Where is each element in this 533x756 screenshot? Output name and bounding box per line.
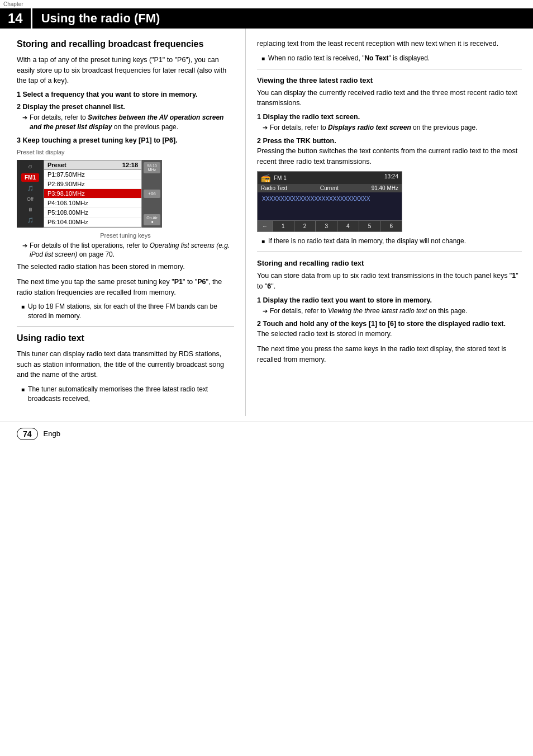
section-radio-text: Using radio text This tuner can display … <box>17 333 234 404</box>
preset-list: P1:87.50MHz P2:89.90MHz P3:98.10MHz P4:1… <box>44 170 141 227</box>
r-step1-sub-bullet: ➔ For details, refer to Displays radio t… <box>263 123 522 133</box>
chapter-word: Chapter <box>0 0 533 8</box>
sub-section1-title: Viewing the three latest radio text <box>257 76 522 84</box>
chapter-number: 14 <box>0 8 32 29</box>
step2-sub-bullet: ➔ For details, refer to Switches between… <box>22 113 234 132</box>
sq-icon-1: ■ <box>21 303 25 311</box>
rt-freq: 91.40 MHz <box>372 185 398 191</box>
arrow-icon-r1: ➔ <box>263 124 268 132</box>
rs-step2: 2 Touch and hold any of the keys [1] to … <box>257 320 522 365</box>
r-step2-body: Pressing the button switches the text co… <box>257 146 522 167</box>
section1-intro: With a tap of any of the preset tuning k… <box>17 55 234 86</box>
fm1-label: FM1 <box>21 173 39 182</box>
subsection-viewing-radio-text: Viewing the three latest radio text You … <box>257 76 522 247</box>
left-icon1: 🎵 <box>26 185 35 192</box>
sub-section2-body: You can store data from up to six radio … <box>257 271 522 292</box>
sub-section2-title: Storing and recalling radio text <box>257 259 522 267</box>
page-language: Engb <box>44 429 60 438</box>
rt-bottom-keys: ← 1 2 3 4 5 6 <box>258 220 402 231</box>
preset-list-header: Preset 12:18 <box>44 160 141 170</box>
left-column: Storing and recalling broadcast frequenc… <box>0 29 246 416</box>
r-step2: 2 Press the TRK button. Pressing the but… <box>257 137 522 167</box>
left-icon2: 🖥 <box>27 206 34 214</box>
rt-top-bar: 📻 FM 1 13:24 <box>258 172 402 184</box>
page-footer: 74 Engb <box>0 422 533 446</box>
off-label: Off <box>26 195 35 203</box>
rt-key-4[interactable]: 4 <box>337 221 359 231</box>
rt-current-label: Current <box>320 185 339 191</box>
preset-list-label: Preset list display <box>17 149 234 155</box>
step3: 3 Keep touching a preset tuning key [P1]… <box>17 136 234 144</box>
preset-row-4: P4:106.10MHz <box>44 199 141 208</box>
on-air-btn: On Air ◄ <box>144 214 160 225</box>
fm-icon: ⏱ <box>27 163 34 171</box>
freq-display: 98.10 MHz <box>144 162 160 173</box>
r-step1-sub-text: For details, refer to Displays radio tex… <box>270 123 478 133</box>
sq-bullet-2: ■ The tuner automatically memorises the … <box>21 385 234 404</box>
sq-text-1: Up to 18 FM stations, six for each of th… <box>28 302 234 321</box>
rt-key-3[interactable]: 3 <box>316 221 337 231</box>
right-column: replacing text from the least recent rec… <box>246 29 533 416</box>
section2-body1: This tuner can display radio text data t… <box>17 349 234 380</box>
preset-row-1: P1:87.50MHz <box>44 170 141 179</box>
rt-key-2[interactable]: 2 <box>294 221 316 231</box>
preset-word: Preset <box>47 162 66 168</box>
arrow-icon: ➔ <box>22 114 27 122</box>
r-step1: 1 Display the radio text screen. ➔ For d… <box>257 113 522 133</box>
page-header: Chapter 14 Using the radio (FM) <box>0 0 533 29</box>
radio-text-device: 📻 FM 1 13:24 Radio Text Current 91.40 MH… <box>257 171 402 232</box>
step2-header: 2 Display the preset channel list. <box>17 103 234 111</box>
rt-label: Radio Text <box>261 185 287 191</box>
sq-text-2: The tuner automatically memorises the th… <box>28 385 234 404</box>
rt-key-1[interactable]: 1 <box>273 221 294 231</box>
rt-back-key[interactable]: ← <box>258 221 273 231</box>
rt-key-5[interactable]: 5 <box>359 221 381 231</box>
preset-row-5: P5:108.00MHz <box>44 208 141 218</box>
step2: 2 Display the preset channel list. ➔ For… <box>17 103 234 132</box>
step2-sub-text: For details, refer to Switches between t… <box>30 113 234 132</box>
right-body1: replacing text from the least recent rec… <box>257 39 522 49</box>
rs-step2-body2: The next time you press the same keys in… <box>257 344 522 365</box>
step3-sub-text: For details of the list operations, refe… <box>30 241 234 260</box>
preset-row-6: P6:104.00MHz <box>44 218 141 227</box>
preset-row-2: P2:89.90MHz <box>44 179 141 189</box>
sq-bullet-r1: ■ When no radio text is received, "No Te… <box>261 54 522 63</box>
chapter-title: Using the radio (FM) <box>32 8 533 29</box>
section1-title: Storing and recalling broadcast frequenc… <box>17 39 234 50</box>
sq-bullet-r2: ■ If there is no radio text data in memo… <box>261 237 522 246</box>
r-step2-header: 2 Press the TRK button. <box>257 137 522 145</box>
preset-device: ⏱ FM1 🎵 Off 🖥 🎵 Preset 12:18 <box>17 160 162 228</box>
sq-icon-r2: ■ <box>261 238 265 245</box>
page-content: Storing and recalling broadcast frequenc… <box>0 29 533 416</box>
preset-screenshot-area: Preset list display ⏱ FM1 🎵 Off 🖥 🎵 <box>17 149 234 239</box>
rt-fm-label: FM 1 <box>274 175 287 181</box>
rs-step1-sub-text: For details, refer to Viewing the three … <box>270 306 467 316</box>
rt-key-6[interactable]: 6 <box>380 221 402 231</box>
rs-step1-header: 1 Display the radio text you want to sto… <box>257 296 522 304</box>
preset-row-3: P3:98.10MHz <box>44 189 141 199</box>
sq-icon-2: ■ <box>21 386 25 394</box>
rt-content-area: XXXXXXXXXXXXXXXXXXXXXXXXXXXXX <box>258 192 402 220</box>
page-number: 74 <box>17 428 38 440</box>
rs-step2-body1: The selected radio text is stored in mem… <box>257 329 522 339</box>
preset-right-panel: 98.10 MHz +06 On Air ◄ <box>142 160 162 228</box>
section-broadcast-freq: Storing and recalling broadcast frequenc… <box>17 39 234 321</box>
plus-btn: +06 <box>144 190 160 198</box>
section2-title: Using radio text <box>17 333 234 344</box>
step3-header: 3 Keep touching a preset tuning key [P1]… <box>17 136 234 144</box>
preset-tuning-keys-label: Preset tuning keys <box>17 232 234 239</box>
rs-step1-sub-bullet: ➔ For details, refer to Viewing the thre… <box>263 306 522 316</box>
sq-text-r2: If there is no radio text data in memory… <box>268 237 466 246</box>
subsection-storing-radio-text: Storing and recalling radio text You can… <box>257 259 522 365</box>
step3-sub-bullet: ➔ For details of the list operations, re… <box>22 241 234 260</box>
sq-icon-r1: ■ <box>261 55 265 63</box>
sub-section1-body: You can display the currently received r… <box>257 88 522 109</box>
rt-device-icon: 📻 <box>261 173 270 182</box>
preset-time: 12:18 <box>122 162 138 168</box>
step1-header: 1 Select a frequency that you want to st… <box>17 91 234 98</box>
rs-step2-header: 2 Touch and hold any of the keys [1] to … <box>257 320 522 328</box>
arrow-icon-2: ➔ <box>22 242 27 250</box>
left-icon3: 🎵 <box>26 216 35 224</box>
sq-bullet-1: ■ Up to 18 FM stations, six for each of … <box>21 302 234 321</box>
r-step1-header: 1 Display the radio text screen. <box>257 113 522 121</box>
